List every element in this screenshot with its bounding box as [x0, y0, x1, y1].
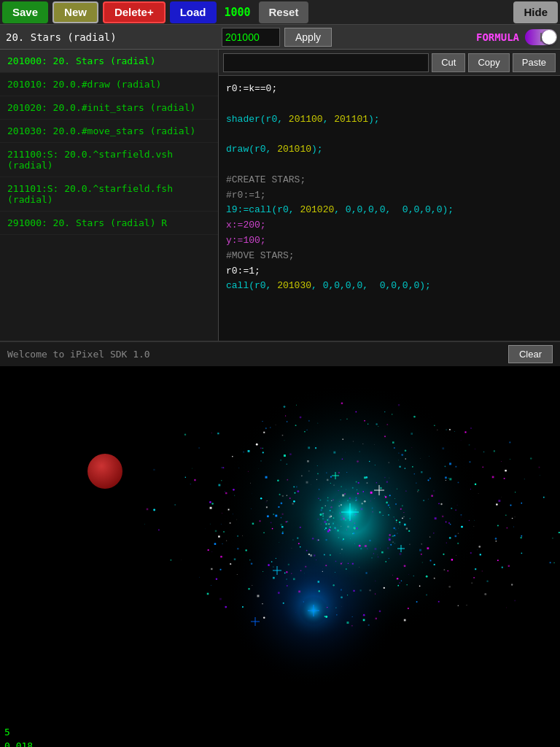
delete-button[interactable]: Delete+ — [103, 1, 166, 23]
code-line — [226, 97, 553, 112]
welcome-bar: Welcome to iPixel SDK 1.0 Clear — [0, 341, 560, 366]
stars-label: 20. Stars (radial) — [3, 31, 222, 43]
code-line: #CREATE STARS; — [226, 173, 553, 188]
row2: 20. Stars (radial) Apply FORMULA — [0, 25, 560, 50]
list-item[interactable]: 201030: 20.0.#move_stars (radial) — [0, 120, 218, 143]
stat-line1: 5 — [4, 726, 33, 739]
list-item[interactable]: 291000: 20. Stars (radial) R — [0, 212, 218, 235]
stat-line2: 0.018 — [4, 740, 33, 747]
clear-button[interactable]: Clear — [508, 345, 553, 363]
preview-area: 5 0.018 50.0 — [0, 366, 560, 747]
stats-display: 5 0.018 50.0 — [4, 726, 33, 747]
code-line: r0:=1; — [226, 264, 553, 279]
code-line: #MOVE STARS; — [226, 249, 553, 264]
edit-bar: Cut Copy Paste — [219, 50, 560, 76]
red-circle — [88, 454, 122, 489]
main-area: 201000: 20. Stars (radial)201010: 20.0.#… — [0, 50, 560, 341]
left-panel: 201000: 20. Stars (radial)201010: 20.0.#… — [0, 50, 219, 341]
formula-label: FORMULA — [476, 31, 519, 43]
hide-button[interactable]: Hide — [513, 1, 558, 23]
code-line: x:=200; — [226, 218, 553, 233]
code-line — [226, 158, 553, 173]
code-line: shader(r0, 201100, 201101); — [226, 112, 553, 128]
save-button[interactable]: Save — [2, 1, 48, 23]
code-line: #r0:=1; — [226, 188, 553, 204]
code-line: call(r0, 201030, 0,0,0,0, 0,0,0,0); — [226, 279, 553, 294]
list-item[interactable]: 201010: 20.0.#draw (radial) — [0, 73, 218, 96]
new-button[interactable]: New — [52, 1, 98, 23]
load-button[interactable]: Load — [170, 1, 217, 23]
welcome-text: Welcome to iPixel SDK 1.0 — [7, 349, 508, 360]
list-item[interactable]: 211100:S: 20.0.^starfield.vsh (radial) — [0, 143, 218, 177]
toggle-track[interactable] — [525, 29, 557, 45]
code-line: r0:=k==0; — [226, 82, 553, 97]
code-line: y:=100; — [226, 233, 553, 249]
code-area[interactable]: r0:=k==0; shader(r0, 201100, 201101); dr… — [219, 76, 560, 341]
cut-button[interactable]: Cut — [432, 53, 465, 72]
formula-toggle[interactable] — [525, 29, 557, 45]
copy-button[interactable]: Copy — [468, 53, 509, 72]
toggle-knob — [542, 30, 556, 44]
apply-button[interactable]: Apply — [284, 28, 332, 47]
list-item[interactable]: 211101:S: 20.0.^starfield.fsh (radial) — [0, 177, 218, 212]
reset-button[interactable]: Reset — [259, 1, 309, 23]
paste-button[interactable]: Paste — [513, 53, 556, 72]
num-input[interactable] — [222, 28, 280, 47]
right-panel: Cut Copy Paste r0:=k==0; shader(r0, 2011… — [219, 50, 560, 341]
list-item[interactable]: 201000: 20. Stars (radial) — [0, 50, 218, 73]
text-input[interactable] — [223, 53, 429, 72]
count-label: 1000 — [223, 6, 252, 19]
list-item[interactable]: 201020: 20.0.#init_stars (radial) — [0, 96, 218, 120]
code-line: l9:=call(r0, 201020, 0,0,0,0, 0,0,0,0); — [226, 203, 553, 218]
code-line — [226, 127, 553, 142]
star-canvas — [0, 366, 560, 747]
toolbar: Save New Delete+ Load 1000 Reset Hide — [0, 0, 560, 25]
code-line: draw(r0, 201010); — [226, 142, 553, 158]
